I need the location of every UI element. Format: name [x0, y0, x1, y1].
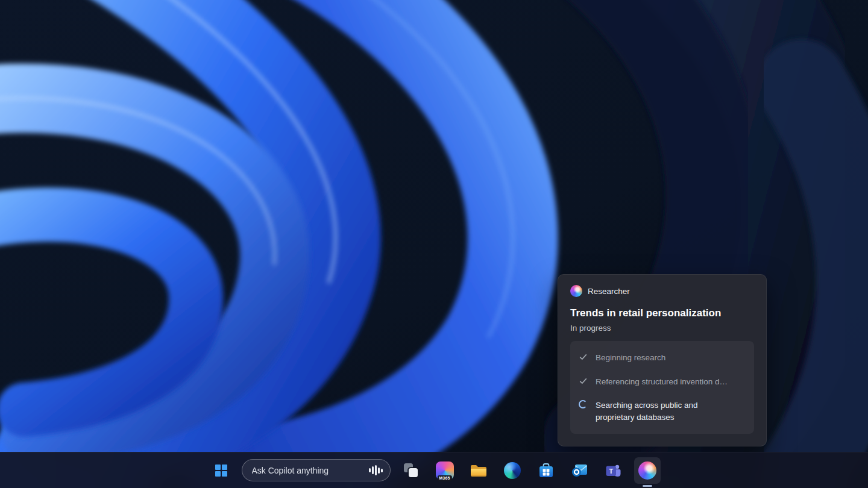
- voice-waveform-icon[interactable]: [369, 465, 383, 477]
- active-app-indicator: [643, 485, 652, 487]
- m365-badge: M365: [437, 475, 451, 481]
- researcher-app-name: Researcher: [588, 287, 630, 296]
- research-step-row: Referencing structured invention d…: [579, 370, 746, 394]
- copilot-search-box[interactable]: [242, 459, 391, 481]
- edge-button[interactable]: [499, 457, 526, 484]
- m365-copilot-icon: M365: [436, 461, 454, 480]
- copilot-button[interactable]: [634, 457, 661, 484]
- research-step-label: Beginning research: [596, 352, 665, 364]
- teams-icon: T: [605, 463, 621, 478]
- researcher-copilot-icon: [570, 285, 582, 297]
- copilot-icon: [638, 461, 656, 480]
- research-step-label: Searching across public and proprietary …: [596, 399, 723, 423]
- research-task-title: Trends in retail personalization: [570, 307, 754, 319]
- researcher-card-header: Researcher: [570, 285, 754, 297]
- desktop: Researcher Trends in retail personalizat…: [0, 0, 868, 488]
- teams-button[interactable]: T: [600, 457, 627, 484]
- folder-icon: [470, 463, 487, 478]
- store-button[interactable]: [533, 457, 559, 484]
- edge-browser-icon: [504, 462, 521, 479]
- task-view-button[interactable]: [398, 457, 424, 484]
- svg-text:T: T: [609, 468, 613, 475]
- taskbar: M365: [0, 452, 868, 488]
- research-step-label: Referencing structured invention d…: [596, 376, 728, 388]
- m365-copilot-button[interactable]: M365: [432, 457, 458, 484]
- start-button[interactable]: [208, 457, 234, 484]
- outlook-icon: [571, 463, 588, 478]
- check-icon: [579, 376, 592, 386]
- research-step-row: Beginning research: [579, 346, 746, 370]
- task-view-icon: [404, 463, 418, 477]
- windows-start-icon: [215, 465, 227, 477]
- researcher-progress-card[interactable]: Researcher Trends in retail personalizat…: [558, 274, 767, 446]
- research-step-row: Searching across public and proprietary …: [579, 393, 746, 429]
- check-icon: [579, 352, 592, 361]
- research-status-text: In progress: [570, 324, 754, 333]
- microsoft-store-icon: [538, 463, 554, 478]
- spinner-icon: [579, 399, 592, 408]
- research-steps-panel: Beginning research Referencing structure…: [570, 341, 754, 434]
- outlook-button[interactable]: [567, 457, 593, 484]
- search-input[interactable]: [252, 466, 370, 475]
- file-explorer-button[interactable]: [465, 457, 492, 484]
